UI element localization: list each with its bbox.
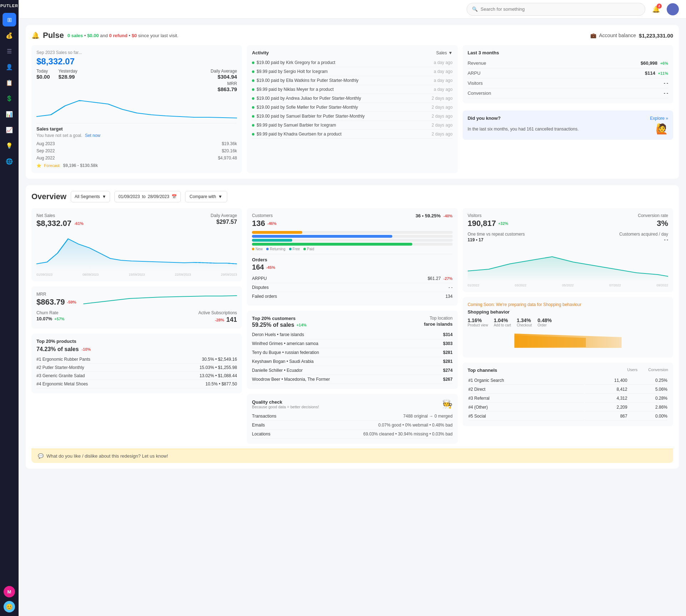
sidebar-item-global[interactable]: 🌐 (3, 154, 16, 168)
mrr-chart-area (83, 291, 237, 307)
sales-target-section: Sales target You have not set a goal. Se… (36, 123, 237, 168)
activity-dot (252, 106, 254, 109)
daily-avg-value: $304.94 (211, 74, 237, 80)
activity-item-4: $19.00 paid by Andrea Juliao for Putler … (252, 94, 452, 103)
product-row-2: #3 Generic Granite Salad 13.02% • $1,088… (36, 372, 237, 380)
target-row-3: Aug 2022 $4,970.48 (36, 154, 237, 162)
quality-header: Quality check Because good data = better… (252, 399, 452, 409)
search-box[interactable]: 🔍 (467, 3, 645, 16)
customers-left: Customers 136 -46% (252, 213, 276, 228)
sidebar-item-insights[interactable]: 💡 (3, 139, 16, 152)
shop-metric-1: 1.04% Add to cart (494, 317, 511, 327)
daily-avg-stat: Daily Average $304.94 MRR $863.79 (211, 69, 237, 92)
activity-dot (252, 97, 254, 100)
sidebar-item-dashboard[interactable]: ⊞ (3, 13, 16, 26)
orders-row: Orders 164 -45% (252, 254, 452, 271)
bar-free (252, 239, 452, 242)
product-row-3: #4 Ergonomic Metal Shoes 10.5% • $877.50 (36, 380, 237, 388)
activity-dot (252, 79, 254, 82)
funnel-chart (468, 330, 668, 351)
sales-target-label: Sales target (36, 126, 63, 132)
channel-row-3: #4 (Other) 2,209 2.86% (468, 403, 667, 412)
subtitle-suffix: since your last visit. (138, 33, 179, 38)
customers-right: 36 • 59.25% -40% (416, 213, 453, 218)
forecast-row: ⭐ Forecast: $9,196 - $130.58k (36, 163, 237, 168)
did-you-know-card: Did you know? Explore » In the last six … (463, 110, 673, 140)
set-now-button[interactable]: Set now (85, 133, 100, 138)
top-customers-title: Top 20% customers 59.25% of sales +14% (252, 316, 307, 328)
overview-right-column: Visitors 190,817 +32% Conversion rate 3% (463, 208, 673, 444)
revenue-row: Revenue $60,998 +6% (468, 58, 668, 68)
mrr-card: MRR $863.79 -59% (31, 286, 242, 329)
channels-col-headers: Users Conversion (627, 368, 668, 373)
wallet-icon: 💼 (590, 33, 596, 38)
overview-header: Overview All Segments ▼ 01/09/2023 to 28… (31, 191, 673, 202)
activity-item-6: $19.00 paid by Samuel Barbier for Putler… (252, 112, 452, 121)
pulse-section: 🔔 Pulse 0 sales • $0.00 and 0 refund • $… (26, 25, 679, 179)
sidebar-item-revenue[interactable]: 💰 (3, 29, 16, 42)
sidebar-user1-avatar[interactable]: M (4, 586, 15, 597)
date-range-picker[interactable]: 01/09/2023 to 28/09/2023 📅 (114, 191, 180, 202)
activity-title: Activity (252, 50, 269, 55)
activity-dot (252, 70, 254, 73)
cust-row-1: Winifred Grimes • american samoa $303 (252, 339, 452, 348)
dyk-illustration: 🙋 (656, 123, 668, 135)
account-balance-value: $1,223,331.00 (639, 33, 673, 39)
pulse-main-value: $8,332.07 (36, 56, 237, 66)
sidebar-item-trends[interactable]: 📈 (3, 123, 16, 137)
segment-filter[interactable]: All Segments ▼ (71, 191, 110, 202)
sidebar-item-payouts[interactable]: 💲 (3, 92, 16, 105)
sidebar-item-orders[interactable]: ☰ (3, 44, 16, 58)
dyk-content: In the last six months, you had 161 canc… (468, 123, 668, 135)
account-balance-label: Account balance (599, 33, 636, 38)
activity-dot (252, 88, 254, 91)
main-content: 🔍 🔔 2 🔔 Pulse 0 sales • $0.00 and 0 refu… (19, 0, 686, 616)
shop-metric-2: 1.34% Checkout (517, 317, 532, 327)
last3months-card: Last 3 months Revenue $60,998 +6% ARPU $ (463, 45, 673, 103)
activity-item-1: $9.99 paid by Sergio Holt for Icegram a … (252, 67, 452, 76)
cust-row-3: Keyshawn Bogan • Saudi Arabia $281 (252, 357, 452, 366)
chat-icon: 💬 (38, 453, 44, 459)
compare-with-button[interactable]: Compare with ▼ (185, 191, 227, 202)
churn-rate: Churn Rate 10.07% +57% (36, 310, 65, 324)
refund-count: 0 refund (109, 33, 127, 38)
sidebar-item-customers[interactable]: 👤 (3, 60, 16, 74)
pulse-stats-column: Last 3 months Revenue $60,998 +6% ARPU $ (463, 45, 673, 173)
top-products-title: Top 20% products (36, 339, 76, 344)
visitors-card: Visitors 190,817 +32% Conversion rate 3% (463, 208, 673, 292)
quality-illustration: 🧑‍🍳 (442, 399, 453, 409)
feedback-bar[interactable]: 💬 What do you like / dislike about this … (31, 449, 673, 463)
top-customers-card: Top 20% customers 59.25% of sales +14% T… (247, 311, 457, 389)
notification-button[interactable]: 🔔 2 (650, 3, 662, 16)
shop-metric-3: 0.48% Order (538, 317, 552, 327)
channel-row-0: #1 Organic Search 11,400 0.25% (468, 376, 667, 385)
feedback-text: What do you like / dislike about this re… (46, 453, 168, 459)
explore-link[interactable]: Explore » (650, 116, 668, 121)
net-sales-left: Net Sales $8,332.07 -61% (36, 213, 84, 228)
refund-amount: $0 (131, 33, 136, 38)
overview-middle-column: Customers 136 -46% 36 • 59. (247, 208, 457, 444)
net-sales-card: Net Sales $8,332.07 -61% Daily Average $… (31, 208, 242, 281)
coming-soon-label: Coming Soon: We're preparing data for Sh… (468, 302, 668, 307)
product-row-0: #1 Ergonomic Rubber Pants 30.5% • $2,549… (36, 355, 237, 364)
sales-amount: $0.00 (87, 33, 99, 38)
chevron-down-icon: ▼ (218, 194, 223, 199)
search-input[interactable] (481, 6, 640, 12)
shopping-behavior-card: Coming Soon: We're preparing data for Sh… (463, 297, 673, 358)
sales-filter-dropdown[interactable]: Sales ▼ (436, 50, 453, 55)
channel-row-4: #5 Social 867 0.00% (468, 412, 667, 420)
shop-metrics-row: 1.16% Product view 1.04% Add to cart 1.3… (468, 317, 668, 327)
user-avatar[interactable] (667, 3, 679, 15)
activity-header: Activity Sales ▼ (252, 50, 452, 55)
channel-row-2: #3 Referral 4,312 0.28% (468, 394, 667, 403)
bar-returning (252, 235, 452, 238)
sidebar-user2-avatar[interactable]: 😊 (4, 601, 15, 612)
account-balance: 💼 Account balance $1,223,331.00 (590, 33, 673, 39)
visitors-chart (468, 246, 668, 282)
today-value: $0.00 (36, 74, 50, 80)
yesterday-stat: Yesterday $28.99 (59, 69, 78, 92)
sidebar-item-subscriptions[interactable]: 📋 (3, 76, 16, 89)
activity-dot (252, 124, 254, 127)
sidebar-item-reports[interactable]: 📊 (3, 107, 16, 121)
dyk-header: Did you know? Explore » (468, 115, 668, 121)
